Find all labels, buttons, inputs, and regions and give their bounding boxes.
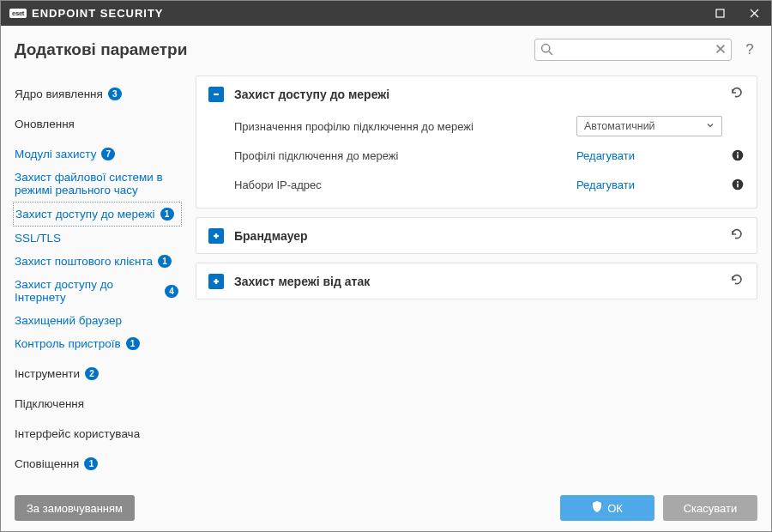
sidebar-item-5[interactable]: SSL/TLS (15, 227, 182, 250)
sidebar-item-label: Оновлення (15, 118, 75, 130)
header: Додаткові параметри ? (1, 26, 771, 67)
select-value: Автоматичний (584, 120, 655, 132)
sidebar-item-3[interactable]: Захист файлової системи в режимі реально… (15, 166, 182, 202)
sidebar-item-label: Захист доступу до мережі (15, 208, 155, 221)
window-close-button[interactable] (737, 1, 771, 26)
sidebar-item-6[interactable]: Захист поштового клієнта1 (15, 250, 182, 273)
svg-rect-12 (737, 184, 739, 188)
badge: 4 (165, 285, 178, 298)
setting-row-0: Призначення профілю підключення до мереж… (234, 112, 745, 141)
badge: 1 (158, 255, 172, 268)
sidebar-item-label: Інтерфейс користувача (15, 427, 140, 440)
product-name: ENDPOINT SECURITY (32, 7, 164, 20)
footer: За замовчуванням ОК Скасувати (1, 485, 771, 531)
badge: 2 (85, 367, 99, 380)
main-content: Захист доступу до мережіПризначення проф… (196, 76, 757, 485)
search-input[interactable] (534, 39, 732, 61)
sidebar-item-9[interactable]: Контроль пристроїв1 (15, 332, 182, 355)
panel-header[interactable]: Захист мережі від атак (196, 263, 757, 299)
edit-link[interactable]: Редагувати (576, 178, 722, 191)
help-button[interactable]: ? (742, 41, 757, 58)
search-box (534, 39, 732, 61)
sidebar-item-13[interactable]: Сповіщення1 (15, 452, 182, 475)
svg-point-13 (737, 181, 739, 183)
sidebar-item-label: Захист доступу до Інтернету (15, 278, 160, 304)
sidebar-item-7[interactable]: Захист доступу до Інтернету4 (15, 273, 182, 309)
clear-search-icon[interactable] (715, 43, 727, 57)
sidebar-item-label: Інструменти (15, 367, 80, 380)
svg-line-4 (549, 51, 552, 55)
sidebar-item-label: Захищений браузер (15, 314, 122, 327)
sidebar-item-11[interactable]: Підключення (15, 392, 182, 415)
ok-button[interactable]: ОК (560, 495, 654, 521)
sidebar-item-label: SSL/TLS (15, 232, 61, 245)
svg-point-10 (737, 152, 739, 154)
sidebar-item-0[interactable]: Ядро виявлення3 (15, 82, 182, 106)
undo-icon[interactable] (729, 227, 745, 245)
sidebar-item-label: Контроль пристроїв (15, 337, 121, 350)
sidebar-item-10[interactable]: Інструменти2 (15, 362, 182, 385)
restore-defaults-button[interactable]: За замовчуванням (15, 495, 135, 521)
panel-title: Захист мережі від атак (234, 275, 719, 288)
setting-label: Набори IP-адрес (234, 178, 568, 191)
page-title: Додаткові параметри (15, 40, 524, 59)
search-icon (540, 43, 553, 58)
sidebar: Ядро виявлення3ОновленняМодулі захисту7З… (1, 76, 182, 485)
expand-icon[interactable] (208, 228, 224, 244)
svg-rect-0 (716, 9, 724, 17)
panel-header[interactable]: Захист доступу до мережі (196, 76, 757, 112)
undo-icon[interactable] (729, 272, 745, 290)
sidebar-item-label: Сповіщення (15, 457, 79, 470)
sidebar-item-label: Модулі захисту (15, 148, 96, 160)
window-maximize-button[interactable] (703, 1, 737, 26)
setting-row-2: Набори IP-адресРедагувати (234, 170, 745, 199)
sidebar-item-8[interactable]: Захищений браузер (15, 309, 182, 332)
sidebar-item-2[interactable]: Модулі захисту7 (15, 142, 182, 166)
badge: 1 (126, 337, 140, 350)
undo-icon[interactable] (729, 85, 745, 103)
chevron-down-icon (706, 120, 715, 132)
badge: 7 (101, 148, 115, 160)
setting-label: Призначення профілю підключення до мереж… (234, 120, 568, 133)
profile-select[interactable]: Автоматичний (576, 116, 722, 136)
panel-header[interactable]: Брандмауер (196, 218, 757, 253)
info-icon[interactable] (731, 149, 745, 161)
sidebar-item-1[interactable]: Оновлення (15, 112, 182, 136)
sidebar-item-4[interactable]: Захист доступу до мережі1 (13, 202, 182, 227)
panel-body: Призначення профілю підключення до мереж… (196, 112, 757, 208)
edit-link[interactable]: Редагувати (576, 149, 722, 162)
shield-icon (592, 501, 602, 515)
setting-row-1: Профілі підключення до мережіРедагувати (234, 141, 745, 170)
sidebar-item-12[interactable]: Інтерфейс користувача (15, 422, 182, 445)
brand: eset ENDPOINT SECURITY (9, 7, 164, 20)
svg-point-3 (542, 45, 550, 52)
panel-1: Брандмауер (196, 217, 757, 254)
panel-title: Захист доступу до мережі (234, 88, 719, 101)
info-icon[interactable] (731, 178, 745, 190)
setting-label: Профілі підключення до мережі (234, 149, 568, 162)
badge: 1 (160, 208, 174, 221)
sidebar-item-label: Захист файлової системи в режимі реально… (15, 171, 178, 196)
logo-badge: eset (9, 9, 27, 18)
cancel-button[interactable]: Скасувати (663, 495, 757, 521)
panel-0: Захист доступу до мережіПризначення проф… (196, 76, 757, 209)
sidebar-item-label: Ядро виявлення (15, 88, 103, 100)
collapse-icon[interactable] (208, 87, 224, 102)
titlebar: eset ENDPOINT SECURITY (1, 1, 771, 26)
badge: 3 (108, 88, 122, 100)
expand-icon[interactable] (208, 274, 224, 289)
sidebar-item-label: Підключення (15, 397, 84, 410)
sidebar-item-label: Захист поштового клієнта (15, 255, 153, 268)
badge: 1 (84, 457, 98, 470)
svg-rect-9 (737, 154, 739, 159)
panel-2: Захист мережі від атак (196, 263, 757, 299)
panel-title: Брандмауер (234, 229, 719, 243)
